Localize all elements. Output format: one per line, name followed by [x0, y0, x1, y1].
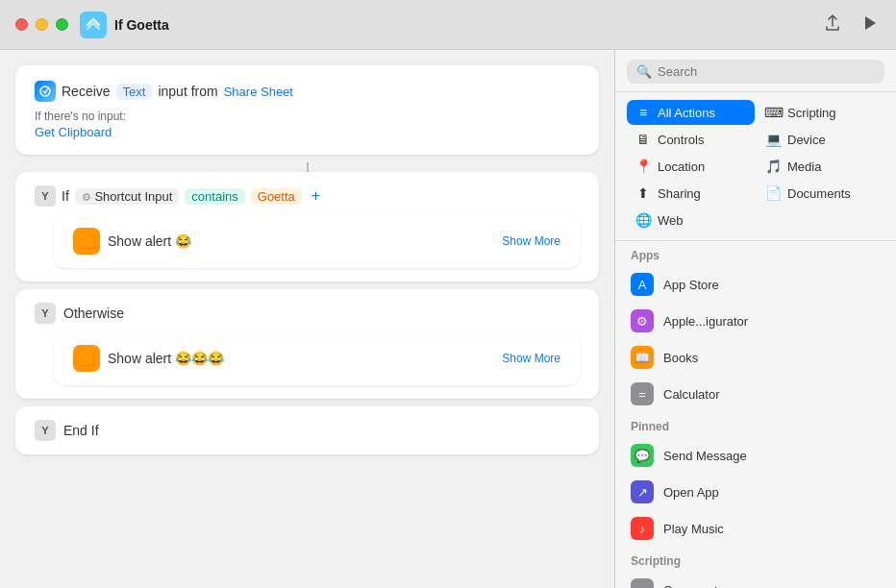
- cat-sharing-label: Sharing: [658, 186, 701, 201]
- cat-all-actions-label: All Actions: [658, 106, 715, 120]
- end-if-row: Y End If: [35, 420, 580, 441]
- show-alert-left-1: 🟧 Show alert 😂: [73, 228, 191, 255]
- categories-grid: ≡ All Actions ⌨ Scripting 🖥 Controls 💻 D…: [615, 92, 896, 241]
- cat-media[interactable]: 🎵 Media: [757, 154, 884, 179]
- if-row: Y If ⚙ Shortcut Input contains Goetta +: [35, 185, 580, 207]
- if-keyword: If: [62, 188, 69, 204]
- right-panel: 🔍 ≡ All Actions ⌨ Scripting 🖥 Controls 💻…: [615, 50, 896, 588]
- books-label: Books: [663, 351, 698, 365]
- search-icon: 🔍: [636, 64, 652, 79]
- if-input-token[interactable]: ⚙ Shortcut Input: [75, 188, 180, 205]
- main-layout: Receive Text input from Share Sheet If t…: [0, 50, 896, 588]
- apple-igurator-icon: ⚙: [631, 309, 654, 332]
- indented-section-1: 🟧 Show alert 😂 Show More: [35, 214, 580, 268]
- device-icon: 💻: [764, 132, 782, 147]
- send-message-icon: 💬: [631, 444, 654, 467]
- maximize-button[interactable]: [56, 18, 68, 31]
- if-block: Y If ⚙ Shortcut Input contains Goetta + …: [15, 172, 599, 282]
- titlebar: If Goetta: [0, 0, 896, 50]
- action-books[interactable]: 📖 Books: [615, 339, 896, 376]
- minimize-button[interactable]: [36, 18, 48, 31]
- otherwise-row: Y Otherwise: [35, 303, 580, 324]
- search-bar: 🔍: [615, 50, 896, 92]
- if-value-token[interactable]: Goetta: [251, 188, 302, 205]
- cat-web[interactable]: 🌐 Web: [627, 208, 755, 233]
- action-play-music[interactable]: ♪ Play Music: [615, 510, 896, 547]
- books-icon: 📖: [631, 346, 654, 369]
- get-clipboard-link[interactable]: Get Clipboard: [35, 125, 580, 139]
- show-alert-block-1: 🟧 Show alert 😂 Show More: [54, 214, 580, 268]
- scripting-section-header: Scripting: [615, 547, 896, 572]
- open-app-label: Open App: [663, 485, 719, 500]
- alert-icon-2: 🟧: [73, 345, 100, 372]
- scripting-icon: ⌨: [764, 105, 782, 120]
- action-calculator[interactable]: = Calculator: [615, 376, 896, 412]
- receive-type-token[interactable]: Text: [116, 84, 153, 100]
- play-music-icon: ♪: [631, 517, 654, 540]
- apps-section-header: Apps: [615, 241, 896, 266]
- calculator-icon: =: [631, 382, 654, 405]
- cat-controls[interactable]: 🖥 Controls: [627, 127, 755, 152]
- action-comment[interactable]: ≡ Comment: [615, 572, 896, 588]
- receive-row: Receive Text input from Share Sheet: [35, 81, 580, 102]
- search-input[interactable]: [658, 64, 875, 79]
- cat-web-label: Web: [658, 213, 684, 228]
- show-alert-left-2: 🟧 Show alert 😂😂😂: [73, 345, 224, 372]
- action-apple-igurator[interactable]: ⚙ Apple...igurator: [615, 303, 896, 339]
- alert-icon-1: 🟧: [73, 228, 100, 255]
- cat-all-actions[interactable]: ≡ All Actions: [627, 100, 755, 125]
- otherwise-block: Y Otherwise 🟧 Show alert 😂😂😂 Show More: [15, 289, 599, 399]
- action-list: Apps A App Store ⚙ Apple...igurator 📖 Bo…: [615, 241, 896, 588]
- cat-device[interactable]: 💻 Device: [757, 127, 884, 152]
- cat-documents-label: Documents: [787, 186, 851, 201]
- end-if-label: End If: [63, 423, 99, 438]
- show-more-btn-1[interactable]: Show More: [502, 234, 560, 248]
- cat-documents[interactable]: 📄 Documents: [757, 181, 884, 206]
- if-add-button[interactable]: +: [308, 187, 324, 205]
- cat-controls-label: Controls: [658, 133, 704, 147]
- if-icon: Y: [35, 185, 56, 207]
- receive-label: Receive: [62, 84, 111, 99]
- open-app-icon: ↗: [631, 480, 654, 503]
- close-button[interactable]: [15, 18, 28, 31]
- titlebar-actions: [821, 11, 881, 39]
- apple-igurator-label: Apple...igurator: [663, 314, 748, 329]
- show-more-btn-2[interactable]: Show More: [502, 352, 560, 365]
- app-store-icon: A: [631, 273, 654, 296]
- cat-device-label: Device: [787, 133, 826, 147]
- svg-point-0: [40, 86, 50, 96]
- cat-media-label: Media: [787, 159, 821, 174]
- cat-scripting-label: Scripting: [787, 106, 836, 120]
- play-music-label: Play Music: [663, 522, 724, 536]
- cat-scripting[interactable]: ⌨ Scripting: [757, 100, 884, 125]
- canvas-panel: Receive Text input from Share Sheet If t…: [0, 50, 615, 588]
- cat-sharing[interactable]: ⬆ Sharing: [627, 181, 755, 206]
- search-input-wrapper: 🔍: [627, 60, 884, 84]
- receive-block: Receive Text input from Share Sheet If t…: [15, 65, 599, 155]
- show-alert-block-2: 🟧 Show alert 😂😂😂 Show More: [54, 331, 580, 385]
- end-if-icon: Y: [35, 420, 56, 441]
- location-icon: 📍: [635, 159, 652, 174]
- receive-source-token[interactable]: Share Sheet: [224, 85, 293, 99]
- window-title: If Goetta: [114, 17, 821, 33]
- calculator-label: Calculator: [663, 387, 720, 402]
- if-operator-token[interactable]: contains: [185, 188, 244, 205]
- sharing-icon: ⬆: [635, 185, 652, 201]
- cat-location-label: Location: [658, 159, 705, 174]
- otherwise-label: Otherwise: [63, 306, 124, 321]
- documents-icon: 📄: [764, 185, 782, 201]
- action-app-store[interactable]: A App Store: [615, 266, 896, 303]
- receive-icon: [35, 81, 56, 102]
- share-button[interactable]: [821, 11, 844, 39]
- app-icon: [80, 12, 107, 38]
- media-icon: 🎵: [764, 159, 782, 174]
- traffic-lights: [15, 18, 68, 31]
- action-open-app[interactable]: ↗ Open App: [615, 474, 896, 510]
- receive-middle-text: input from: [158, 84, 217, 99]
- show-alert-label-2: Show alert 😂😂😂: [108, 351, 224, 366]
- controls-icon: 🖥: [635, 132, 652, 147]
- end-if-block: Y End If: [15, 406, 599, 454]
- cat-location[interactable]: 📍 Location: [627, 154, 755, 179]
- play-button[interactable]: [859, 12, 881, 38]
- action-send-message[interactable]: 💬 Send Message: [615, 437, 896, 474]
